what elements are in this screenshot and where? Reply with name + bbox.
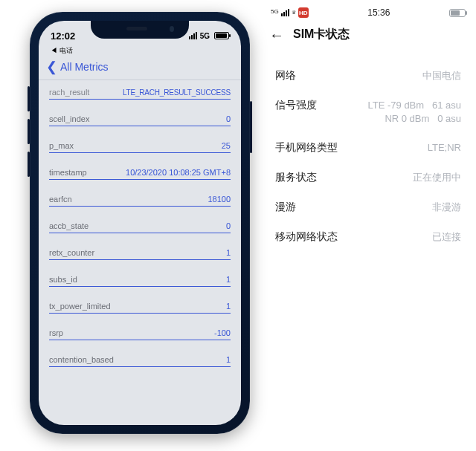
page-title: SIM卡状态 <box>293 27 350 42</box>
kv-value: 中国电信 <box>422 69 461 82</box>
signal-bars-icon <box>281 9 289 16</box>
metric-row[interactable]: retx_counter1 <box>49 233 231 260</box>
android-time: 15:36 <box>367 7 390 18</box>
metric-row[interactable]: subs_id1 <box>49 260 231 287</box>
carrier-back[interactable]: ◀ 电话 <box>39 46 241 59</box>
metric-key: earfcn <box>49 195 72 204</box>
chevron-left-icon: ❮ <box>46 60 57 74</box>
metric-key: contention_based <box>49 355 114 364</box>
metric-key: accb_state <box>49 221 89 230</box>
list-item[interactable]: 漫游非漫游 <box>275 201 461 214</box>
metrics-list: rach_resultLTE_RACH_RESULT_SUCCESS scell… <box>39 80 241 382</box>
signal-type: 5G <box>200 32 210 40</box>
metric-row[interactable]: scell_index0 <box>49 100 231 126</box>
network-5g-icon: 5G <box>271 8 279 15</box>
metric-value: 1 <box>226 355 231 364</box>
metric-value: 0 <box>226 221 231 230</box>
hd-badge: HD <box>298 7 309 18</box>
ios-time: 12:02 <box>51 30 75 42</box>
nav-back[interactable]: ❮ All Metrics <box>39 59 241 80</box>
kv-value: 已连接 <box>432 230 461 244</box>
sim-kv-list: 网络中国电信 信号强度LTE -79 dBm 61 asuNR 0 dBm 0 … <box>268 56 469 244</box>
kv-value: 正在使用中 <box>413 171 461 184</box>
metric-row[interactable]: timestamp10/23/2020 10:08:25 GMT+8 <box>49 153 231 180</box>
metric-key: p_max <box>49 141 74 150</box>
metric-value: 25 <box>222 141 231 150</box>
kv-value: 非漫游 <box>432 201 461 214</box>
battery-icon <box>449 9 466 17</box>
back-arrow-icon[interactable]: ← <box>269 27 284 42</box>
notch <box>91 21 189 39</box>
metric-key: timestamp <box>49 168 87 177</box>
metric-value: LTE_RACH_RESULT_SUCCESS <box>123 88 231 97</box>
kv-label: 网络 <box>275 69 296 82</box>
list-item[interactable]: 移动网络状态已连接 <box>275 230 461 244</box>
list-item[interactable]: 服务状态正在使用中 <box>275 171 461 184</box>
nav-title: All Metrics <box>60 61 109 73</box>
metric-value: 1 <box>226 275 231 284</box>
metric-row[interactable]: p_max25 <box>49 126 231 153</box>
metric-row[interactable]: contention_based1 <box>49 340 231 367</box>
metric-key: rach_result <box>49 88 89 97</box>
kv-value: LTE;NR <box>428 141 461 155</box>
kv-label: 漫游 <box>275 201 296 214</box>
metric-value: 18100 <box>208 195 231 204</box>
metric-row[interactable]: rsrp-100 <box>49 314 231 340</box>
metric-value: 1 <box>226 248 231 257</box>
kv-label: 信号强度 <box>275 99 317 112</box>
metric-key: tx_power_limited <box>49 302 111 311</box>
metric-value: 10/23/2020 10:08:25 GMT+8 <box>126 168 231 177</box>
metric-key: rsrp <box>49 328 63 337</box>
kv-label: 服务状态 <box>275 171 317 184</box>
metric-key: retx_counter <box>49 248 94 257</box>
sim-status-panel: 5G ♛ HD 15:36 ← SIM卡状态 网络中国电信 信号强度LTE -7… <box>268 6 469 244</box>
metric-row[interactable]: tx_power_limited1 <box>49 287 231 314</box>
list-item[interactable]: 网络中国电信 <box>275 69 461 82</box>
metric-key: scell_index <box>49 114 89 123</box>
android-statusbar: 5G ♛ HD 15:36 <box>268 6 469 22</box>
kv-label: 移动网络状态 <box>275 230 338 244</box>
metric-value: 0 <box>226 114 231 123</box>
battery-icon <box>214 32 229 39</box>
crown-icon: ♛ <box>292 10 296 16</box>
metric-row[interactable]: accb_state0 <box>49 207 231 233</box>
titlebar: ← SIM卡状态 <box>268 22 469 56</box>
signal-bars-icon <box>189 32 197 39</box>
metric-value: -100 <box>214 328 231 337</box>
kv-label: 手机网络类型 <box>275 141 338 155</box>
metric-value: 1 <box>226 302 231 311</box>
kv-value: LTE -79 dBm 61 asuNR 0 dBm 0 asu <box>368 99 462 125</box>
list-item[interactable]: 手机网络类型LTE;NR <box>275 141 461 155</box>
list-item[interactable]: 信号强度LTE -79 dBm 61 asuNR 0 dBm 0 asu <box>275 99 461 125</box>
device-frame: 12:02 5G ◀ 电话 ❮ All Metrics rach_resultL… <box>30 12 250 434</box>
metric-key: subs_id <box>49 275 77 284</box>
device-screen: 12:02 5G ◀ 电话 ❮ All Metrics rach_resultL… <box>39 21 241 425</box>
ios-status-right: 5G <box>189 32 229 40</box>
metric-row[interactable]: earfcn18100 <box>49 180 231 207</box>
metric-row[interactable]: rach_resultLTE_RACH_RESULT_SUCCESS <box>49 83 231 100</box>
iphone-mockup: 12:02 5G ◀ 电话 ❮ All Metrics rach_resultL… <box>30 12 250 434</box>
